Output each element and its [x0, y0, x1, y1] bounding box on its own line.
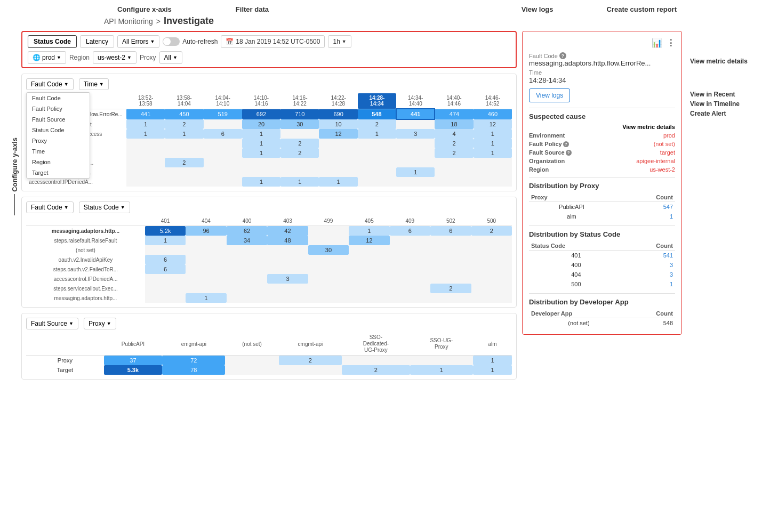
- cell[interactable]: 1: [396, 167, 435, 177]
- cell-empty[interactable]: [165, 167, 203, 177]
- cell-empty[interactable]: [242, 167, 280, 177]
- cell[interactable]: 450: [165, 109, 203, 119]
- cell[interactable]: 710: [280, 109, 319, 119]
- cell-empty[interactable]: [186, 274, 226, 284]
- cell[interactable]: 1: [165, 129, 203, 139]
- cell-empty[interactable]: [349, 245, 389, 255]
- cell[interactable]: 1: [474, 129, 512, 139]
- cell-empty[interactable]: [319, 148, 357, 158]
- cell-empty[interactable]: [471, 274, 512, 284]
- col-header-t5[interactable]: 14:16-14:22: [280, 93, 319, 109]
- cell[interactable]: 2: [471, 226, 512, 236]
- cell[interactable]: 1: [242, 177, 280, 187]
- cell[interactable]: 5.3k: [104, 365, 162, 375]
- tab-latency[interactable]: Latency: [80, 35, 114, 48]
- cell-empty[interactable]: [349, 264, 389, 274]
- cell-empty[interactable]: [308, 274, 349, 284]
- cell-empty[interactable]: [126, 148, 165, 158]
- col-header-cmgmt[interactable]: cmgmt-api: [279, 333, 342, 356]
- cell-empty[interactable]: [165, 177, 203, 187]
- cell-empty[interactable]: [204, 158, 242, 167]
- cell-empty[interactable]: [242, 158, 280, 167]
- cell-empty[interactable]: [267, 293, 308, 303]
- cell-highlight[interactable]: 548: [358, 109, 396, 119]
- cell-empty[interactable]: [471, 284, 512, 293]
- tab-status-code[interactable]: Status Code: [28, 35, 77, 48]
- cell[interactable]: 2: [165, 158, 203, 167]
- col-header-t4[interactable]: 14:10-14:16: [242, 93, 280, 109]
- cell-empty[interactable]: [474, 158, 512, 167]
- cell-empty[interactable]: [396, 119, 435, 129]
- col-header-notset[interactable]: (not set): [225, 333, 278, 356]
- cell[interactable]: 48: [267, 236, 308, 245]
- cell-empty[interactable]: [349, 284, 389, 293]
- cell-empty[interactable]: [471, 293, 512, 303]
- col-header-t2[interactable]: 13:58-14:04: [165, 93, 203, 109]
- col-header-emgmt[interactable]: emgmt-api: [162, 333, 225, 356]
- cell-empty[interactable]: [227, 293, 267, 303]
- menu-item-proxy[interactable]: Proxy: [27, 135, 90, 146]
- cell-empty[interactable]: [396, 158, 435, 167]
- cell-empty[interactable]: [186, 255, 226, 264]
- cell-empty[interactable]: [410, 356, 473, 366]
- breadcrumb-parent[interactable]: API Monitoring: [104, 17, 153, 26]
- cell-empty[interactable]: [227, 245, 267, 255]
- cell[interactable]: 1: [126, 129, 165, 139]
- menu-item-region[interactable]: Region: [27, 157, 90, 167]
- cell-empty[interactable]: [430, 255, 471, 264]
- cell-empty[interactable]: [430, 293, 471, 303]
- cell[interactable]: 72: [162, 356, 225, 366]
- cell-empty[interactable]: [308, 293, 349, 303]
- col-header-sso-ug[interactable]: SSO-UG-Proxy: [410, 333, 473, 356]
- cell[interactable]: 30: [280, 119, 319, 129]
- cell[interactable]: 2: [430, 284, 471, 293]
- cell-empty[interactable]: [390, 245, 430, 255]
- cell-empty[interactable]: [126, 167, 165, 177]
- cell-empty[interactable]: [471, 264, 512, 274]
- col-header-t1[interactable]: 13:52-13:58: [126, 93, 165, 109]
- cell-empty[interactable]: [280, 158, 319, 167]
- col-header-404[interactable]: 404: [186, 216, 226, 226]
- cell-empty[interactable]: [227, 255, 267, 264]
- cell-empty[interactable]: [267, 245, 308, 255]
- cell[interactable]: 441: [126, 109, 165, 119]
- cell-empty[interactable]: [126, 158, 165, 167]
- cell-empty[interactable]: [319, 139, 357, 148]
- cell-empty[interactable]: [126, 177, 165, 187]
- cell[interactable]: 3: [396, 129, 435, 139]
- cell[interactable]: 1: [242, 139, 280, 148]
- col-header-sso-ded[interactable]: SSO-Dedicated-UG-Proxy: [342, 333, 410, 356]
- cell[interactable]: 1: [473, 356, 512, 366]
- cell-empty[interactable]: [267, 284, 308, 293]
- table3-yaxis-dropdown[interactable]: Fault Source ▼: [26, 318, 78, 329]
- col-header-t9[interactable]: 14:40-14:46: [435, 93, 473, 109]
- cell-empty[interactable]: [267, 264, 308, 274]
- cell-empty[interactable]: [308, 264, 349, 274]
- cell-empty[interactable]: [319, 158, 357, 167]
- proxy-dropdown[interactable]: All ▼: [159, 51, 182, 64]
- cell-empty[interactable]: [358, 148, 396, 158]
- cell[interactable]: 3: [267, 274, 308, 284]
- cell-selected[interactable]: 441: [396, 109, 435, 119]
- col-header-t6[interactable]: 14:22-14:28: [319, 93, 357, 109]
- cell[interactable]: 5.2k: [145, 226, 186, 236]
- cell[interactable]: 690: [319, 109, 357, 119]
- cell[interactable]: 6: [430, 226, 471, 236]
- help-icon[interactable]: ?: [559, 52, 566, 59]
- table3-xaxis-dropdown[interactable]: Proxy ▼: [84, 318, 116, 329]
- cell[interactable]: 6: [390, 226, 430, 236]
- cell[interactable]: 37: [104, 356, 162, 366]
- cell-empty[interactable]: [186, 236, 226, 245]
- cell[interactable]: 18: [435, 119, 473, 129]
- cell[interactable]: 10: [319, 119, 357, 129]
- cell-empty[interactable]: [227, 274, 267, 284]
- cell-empty[interactable]: [390, 274, 430, 284]
- cell[interactable]: 1: [242, 129, 280, 139]
- menu-item-fault-code[interactable]: Fault Code: [27, 93, 90, 103]
- cell[interactable]: 1: [474, 148, 512, 158]
- date-picker[interactable]: 📅 18 Jan 2019 14:52 UTC-0500: [221, 35, 325, 48]
- region-dropdown[interactable]: us-west-2 ▼: [93, 51, 137, 64]
- cell[interactable]: 692: [242, 109, 280, 119]
- cell-empty[interactable]: [308, 255, 349, 264]
- cell-empty[interactable]: [358, 167, 396, 177]
